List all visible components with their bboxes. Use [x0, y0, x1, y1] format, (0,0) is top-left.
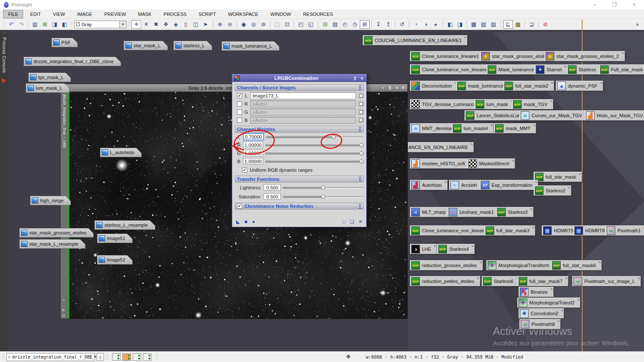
- process-icon-full_star_mask7[interactable]: NOPfull_star_mask7N◦: [517, 276, 568, 286]
- transfer-slider[interactable]: [283, 194, 364, 199]
- process-icon-montee_histo_soft[interactable]: ▟montee_HISTO_softN◦: [410, 158, 471, 169]
- apply-icon[interactable]: ■: [244, 219, 247, 225]
- new-process-icon[interactable]: ⊟: [320, 20, 330, 29]
- process-icon-binarize[interactable]: ▚BinarizeN◦: [519, 287, 554, 297]
- panel-left-icon[interactable]: ◧: [445, 20, 455, 29]
- statusbar-grip[interactable]: [2, 353, 4, 360]
- process-tag-image52[interactable]: Image52◦◦: [97, 255, 133, 265]
- statusbar-grip[interactable]: [106, 353, 108, 360]
- menu-item-workspace[interactable]: WORKSPACE: [223, 10, 263, 18]
- process-icon-lhe[interactable]: ◑LHEN◦: [410, 244, 437, 254]
- process-tag-starless_l[interactable]: starless_L◦◦: [173, 41, 212, 50]
- contract-view-icon[interactable]: ✖: [151, 20, 161, 29]
- menu-item-file[interactable]: FILE: [3, 10, 23, 18]
- process-icon-starless3[interactable]: NOPStarless3N◦: [496, 207, 534, 217]
- edit-preview-icon[interactable]: ◫: [191, 20, 200, 29]
- process-icon-clone_luminance_non_lineaire1[interactable]: NOPClone_luminance_non_lineaire1N◦: [410, 225, 495, 236]
- process-icon-clone_luminance_lineaire1[interactable]: NOPClone_luminance_lineaire1N◦: [410, 51, 485, 61]
- history-icon[interactable]: ◴: [340, 20, 350, 29]
- history-forward-icon[interactable]: ◷: [350, 20, 360, 29]
- weight-r-slider[interactable]: [265, 143, 364, 148]
- close-button[interactable]: ×: [624, 0, 644, 9]
- process-icon-full_star_mask2[interactable]: NOPfull_star_mask2N◦: [503, 81, 554, 91]
- menu-item-preview[interactable]: PREVIEW: [100, 10, 131, 18]
- section-weights[interactable]: Channel Weights ▲▲: [235, 126, 364, 133]
- pan-tool-icon[interactable]: ✛: [131, 20, 141, 29]
- process-icon-morphologicaltransform[interactable]: ✚MorphologicalTransformN◦: [486, 260, 555, 271]
- crop-icon[interactable]: ⊡: [282, 20, 292, 29]
- dock-down-icon[interactable]: ↧: [374, 20, 383, 29]
- process-icon-star_mask_grosses_etoiles[interactable]: ★star_mask_grosses_etoilesN◦: [480, 51, 555, 61]
- time-2-icon[interactable]: ◑: [421, 20, 431, 29]
- zoom-optimal-icon[interactable]: ⊚: [258, 20, 268, 29]
- process-icon-mmt_denoise[interactable]: ≈MMT_denoiseN◦: [410, 123, 458, 134]
- process-tag-lum_mask_l[interactable]: lum_mask_L◦◦: [26, 83, 70, 93]
- process-tag-tgv_mask_l[interactable]: tgv_mask_L◦◦: [28, 73, 71, 82]
- process-icon-starless[interactable]: NOPStarlessN◦: [567, 64, 602, 75]
- clone-image-icon[interactable]: ◧: [60, 20, 70, 29]
- workspace-button-2[interactable]: [122, 353, 131, 361]
- workspace-button-3[interactable]: [133, 353, 141, 361]
- toolbar-grip[interactable]: [212, 21, 214, 28]
- screen-apply-icon[interactable]: ⊒: [527, 20, 537, 29]
- process-icon-pixelmath8[interactable]: ∞Pixelmath8N◦: [519, 319, 561, 329]
- section-chrominance[interactable]: ✓ Chrominance Noise Reduction ▲▲: [235, 203, 364, 210]
- grid-2-icon[interactable]: ▧: [479, 20, 489, 29]
- process-icon-ance_en_non_lineaire[interactable]: ANCE_EN_NON_LINEAIREN◦: [407, 142, 474, 152]
- process-icon-full_star_mask[interactable]: NOPfull_star_maskN◦: [534, 172, 582, 182]
- slider-knob[interactable]: [359, 143, 364, 147]
- process-tag-starless_l_resample[interactable]: starless_L_resample◦◦: [94, 220, 155, 230]
- process-console-sidebar[interactable]: Process Console: [0, 30, 9, 351]
- process-icon-mask_mmt[interactable]: NOPmask_MMTN◦: [494, 123, 536, 134]
- process-icon-full_star_mask[interactable]: NOPFull_star_maskN◦: [599, 64, 644, 75]
- process-icon-star_mask_grosses_etoiles_2[interactable]: ★star_mask_grosses_etoiles_2N◦: [544, 51, 625, 61]
- process-icon-lum_mask[interactable]: NOPlum_maskN◦: [474, 99, 514, 110]
- slider-knob[interactable]: [321, 186, 325, 190]
- process-tag-l_autohisto[interactable]: L_autohisto◦◦: [100, 148, 142, 157]
- redo-icon[interactable]: ↷: [16, 20, 26, 29]
- collapse-up-icon[interactable]: ▲▲: [358, 127, 361, 132]
- channel-g-checkbox[interactable]: ✓: [237, 110, 242, 115]
- process-icon-arcsinh[interactable]: ~ArcsinhN◦: [449, 180, 483, 190]
- process-icon-lum_mask4[interactable]: NOPlum_mask4N◦: [452, 123, 494, 134]
- image-close-button[interactable]: ×: [402, 84, 404, 92]
- toolbar-grip[interactable]: [442, 21, 444, 28]
- toolbar-grip[interactable]: [500, 21, 502, 28]
- process-icon-maskedstrech[interactable]: ~MaskedStrechN◦: [467, 158, 515, 169]
- toolbar-overflow-button[interactable]: »: [636, 21, 642, 27]
- new-preview-icon[interactable]: ▯: [181, 20, 191, 29]
- channel-selector-dropdown[interactable]: Gray▼: [74, 21, 127, 28]
- dialog-close-button[interactable]: ×: [361, 76, 363, 81]
- view-tab-label[interactable]: drizzle_integration_final_r_DBE: [62, 94, 67, 148]
- section-channels[interactable]: Channels / Source Images ▲▲: [235, 84, 364, 91]
- channel-r-input[interactable]: <Auto>: [250, 100, 356, 107]
- slider-knob[interactable]: [321, 195, 325, 199]
- lrgb-combination-dialog[interactable]: LRGBCombination ↥ × Channels / Source Im…: [232, 74, 367, 227]
- process-tag-mask_luminance_l[interactable]: mask_luminance_L◦◦: [222, 41, 279, 51]
- select-view-button[interactable]: [358, 101, 364, 106]
- process-icon-deconvolution[interactable]: DeconvolutionN◦: [410, 81, 458, 91]
- grid-3-icon[interactable]: ▨: [489, 20, 498, 29]
- weight-b-slider[interactable]: [265, 159, 364, 164]
- statusbar-grip[interactable]: [155, 353, 158, 360]
- menu-item-process[interactable]: PROCESS: [159, 10, 191, 18]
- grid-1-icon[interactable]: ▦: [469, 20, 479, 29]
- menu-item-mask[interactable]: MASK: [134, 10, 156, 18]
- process-icon-pixelmath_sur_image_l[interactable]: ∞Pixelmath_sur_image_LN◦: [572, 276, 641, 286]
- menu-item-image[interactable]: IMAGE: [72, 10, 97, 18]
- channel-l-input[interactable]: Image173_L: [250, 92, 356, 99]
- restore-button[interactable]: ❐: [605, 0, 624, 9]
- process-icon-pixelmath1[interactable]: ∞Pixelmath1N◦: [605, 225, 644, 236]
- undo-icon[interactable]: ↶: [6, 20, 16, 29]
- menu-item-view[interactable]: VIEW: [48, 10, 70, 18]
- image-zoom-button[interactable]: +: [395, 84, 398, 92]
- section-transfer[interactable]: Transfer Functions ▲▲: [235, 176, 364, 183]
- screen-reject-icon[interactable]: ⊘: [541, 20, 550, 29]
- channel-g-input[interactable]: <Auto>: [250, 109, 356, 116]
- time-1-icon[interactable]: ◔: [411, 20, 421, 29]
- slider-knob[interactable]: [359, 151, 364, 155]
- navigate-icon[interactable]: ✥: [161, 20, 171, 29]
- collapse-up-icon[interactable]: ▲▲: [358, 85, 361, 90]
- channel-b-checkbox[interactable]: ✓: [237, 118, 242, 123]
- strip-icon-2[interactable]: ⧉: [62, 308, 65, 312]
